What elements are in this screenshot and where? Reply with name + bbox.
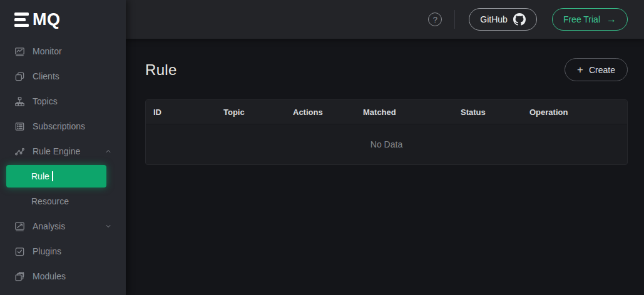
monitor-icon: [14, 46, 25, 57]
sidebar: MQ Monitor Clients: [0, 0, 126, 295]
table-header-actions: Actions: [285, 108, 355, 117]
sidebar-item-label: Rule Engine: [33, 146, 105, 156]
topics-icon: [14, 96, 25, 107]
sidebar-subitem-label: Rule: [31, 171, 49, 181]
table-header-operation: Operation: [522, 108, 627, 117]
plus-icon: +: [577, 64, 583, 75]
help-icon[interactable]: ?: [428, 12, 442, 26]
table-header-topic: Topic: [216, 108, 285, 117]
help-glyph: ?: [433, 15, 437, 24]
table-header-status: Status: [453, 108, 522, 117]
emq-logo-icon: [14, 12, 29, 27]
app-window: MQ Monitor Clients: [0, 0, 644, 295]
github-button[interactable]: GitHub: [469, 8, 537, 31]
sidebar-item-label: Modules: [33, 271, 112, 281]
sidebar-item-label: Clients: [33, 71, 112, 81]
topbar: ? GitHub Free Trial →: [126, 0, 644, 39]
sidebar-item-analysis[interactable]: Analysis: [0, 214, 126, 239]
create-button[interactable]: + Create: [565, 58, 628, 81]
page-title: Rule: [145, 61, 177, 79]
plugins-icon: [14, 246, 25, 257]
rules-table: ID Topic Actions Matched Status Operatio…: [145, 99, 628, 165]
emq-logo: MQ: [0, 0, 126, 39]
chevron-up-icon: [105, 148, 112, 155]
table-body: No Data: [146, 124, 627, 164]
text-cursor: [52, 171, 53, 181]
topbar-divider: [454, 10, 455, 29]
table-header-id: ID: [146, 108, 216, 117]
sidebar-item-monitor[interactable]: Monitor: [0, 39, 126, 64]
table-header-row: ID Topic Actions Matched Status Operatio…: [146, 100, 627, 124]
table-header-matched: Matched: [355, 108, 453, 117]
sidebar-item-label: Subscriptions: [33, 121, 112, 131]
sidebar-subitem-label: Resource: [31, 196, 69, 206]
sidebar-item-clients[interactable]: Clients: [0, 64, 126, 89]
github-button-label: GitHub: [480, 14, 508, 24]
sidebar-item-label: Topics: [33, 96, 112, 106]
sidebar-subitem-rule[interactable]: Rule: [6, 165, 106, 188]
sidebar-item-label: Monitor: [33, 46, 112, 56]
sidebar-item-modules[interactable]: Modules: [0, 264, 126, 289]
analysis-icon: [14, 221, 25, 232]
free-trial-label: Free Trial: [563, 14, 600, 24]
free-trial-button[interactable]: Free Trial →: [552, 8, 628, 31]
modules-icon: [14, 271, 25, 282]
sidebar-item-label: Analysis: [33, 221, 105, 231]
sidebar-item-plugins[interactable]: Plugins: [0, 239, 126, 264]
sidebar-item-topics[interactable]: Topics: [0, 89, 126, 114]
github-icon: [513, 13, 526, 26]
rule-engine-icon: [14, 146, 25, 157]
sidebar-item-label: Plugins: [33, 246, 112, 256]
sidebar-item-rule-engine[interactable]: Rule Engine: [0, 139, 126, 164]
sidebar-subitem-resource[interactable]: Resource: [0, 189, 126, 214]
create-button-label: Create: [589, 65, 615, 75]
logo-text: MQ: [33, 11, 61, 28]
content-area: Rule + Create ID Topic Actions Matched S…: [126, 39, 644, 295]
subscriptions-icon: [14, 121, 25, 132]
arrow-right-icon: →: [606, 14, 616, 24]
clients-icon: [14, 71, 25, 82]
sidebar-item-subscriptions[interactable]: Subscriptions: [0, 114, 126, 139]
sidebar-menu: Monitor Clients Topics: [0, 39, 126, 289]
chevron-down-icon: [105, 222, 112, 230]
table-empty-state: No Data: [146, 124, 627, 164]
